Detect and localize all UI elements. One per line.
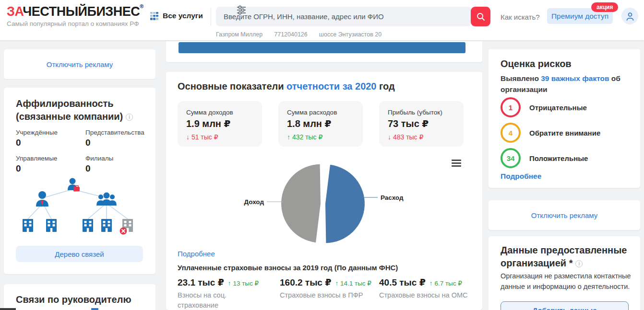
add-data-button[interactable]: Добавить данные [501,301,629,310]
ad-card-right: Отключить рекламу [489,200,640,230]
org-data-card: Данные предоставленные организацией *i О… [489,236,640,310]
risk-facts: Выявлено 39 важных фактов об организации [501,73,629,95]
manager-links-card: Связи по руководителю [4,284,155,310]
how-to-search-link[interactable]: Как искать? [501,13,540,21]
all-services-label: Все услуги [163,11,203,20]
filter-icon[interactable] [236,5,247,15]
insurance-stat-social: 23.1 тыс ₽↑ 13 тыс ₽ Взносы на соц. стра… [178,277,271,310]
pie-label-income: Доход [244,198,264,206]
stat-representations-value[interactable]: 0 [85,138,144,148]
building-icon [46,219,57,232]
header: ЗАЧЕСТНЫЙБИЗНЕС® Самый популярный портал… [0,0,644,40]
affiliation-title: Аффилированность (связанные компании)i [16,97,148,123]
clipped-banner-fragment [0,308,16,310]
building-icon [23,219,33,232]
stat-founded: Учреждённые 0 [16,129,58,148]
header-divider [211,8,211,26]
pie-label-expense: Расход [381,194,404,201]
search-suggestion[interactable]: Газпром Миллер [216,31,262,38]
arrow-up-icon: ↑ [429,280,433,287]
affiliation-card: Аффилированность (связанные компании)i У… [4,88,155,274]
disable-ads-link[interactable]: Отключить рекламу [47,60,113,69]
search-box [216,7,471,26]
metric-income: Сумма доходов 1.9 млн ₽ ↓ 51 тыс ₽ [178,101,262,147]
chart-menu-icon[interactable] [452,160,461,167]
risk-title: Оценка рисков [501,57,572,70]
person-icon [625,11,635,21]
stat-managed: Управляемые 0 [16,155,57,174]
risk-details-link[interactable]: Подробнее [501,172,541,181]
search-icon [476,12,486,22]
search-suggestions: Газпром Миллер 7712040126 шоссе Энтузиас… [216,31,382,38]
search-suggestion[interactable]: шоссе Энтузиастов 20 [319,31,382,38]
all-services-button[interactable]: Все услуги [150,11,203,20]
stat-branches: Филиалы 0 [85,155,113,174]
logo-tagline: Самый популярный портал о компаниях РФ [7,20,143,27]
stat-representations: Представительства 0 [85,129,144,148]
clipped-link[interactable] [91,308,98,310]
metric-profit: Прибыль (убыток) 73 тыс ₽ ↓ 483 тыс ₽ [379,101,464,147]
risk-row-positive: 34 Положительные [501,148,588,168]
pie-slice-income [279,162,322,243]
building-icon [83,219,93,232]
org-data-text: Организация не разместила контактные дан… [501,271,636,292]
org-data-title: Данные предоставленные организацией *i [501,244,637,270]
manager-links-title: Связи по руководителю [16,293,131,306]
logo[interactable]: ЗАЧЕСТНЫЙБИЗНЕС® Самый популярный портал… [7,4,143,27]
risk-count-negative: 1 [501,97,521,117]
risk-count-attention: 4 [501,123,521,143]
building-icon [101,219,112,232]
pie-slice-expense [323,165,367,245]
risk-count-positive: 34 [501,148,521,168]
risk-row-negative: 1 Отрицательные [501,97,587,117]
search-button[interactable] [471,7,490,26]
relations-tree-graphic [16,175,143,242]
arrow-up-icon: ↑ [287,133,290,141]
grid-icon [150,12,158,20]
user-avatar[interactable] [621,8,638,24]
insurance-stat-oms: 40.5 тыс ₽↑ 6.7 тыс ₽ Страховые взносы н… [379,277,475,300]
arrow-down-icon: ↓ [388,133,391,141]
risk-card: Оценка рисков Выявлено 39 важных фактов … [489,49,640,188]
insurance-title: Уплаченные страховые взносы за 2019 год … [178,264,398,272]
indicators-title: Основные показатели отчетности за 2020 г… [178,80,395,93]
search-input[interactable] [216,7,471,26]
important-facts-link[interactable]: 39 важных фактов [541,74,609,82]
logo-text: ЗАЧЕСТНЫЙБИЗНЕС® [7,4,143,19]
stat-branches-value[interactable]: 0 [85,163,113,174]
closed-company-badge [120,228,127,235]
indicators-card: Основные показатели отчетности за 2020 г… [166,72,482,310]
info-icon[interactable]: i [575,260,583,267]
metric-expenses: Сумма расходов 1.8 млн ₽ ↑ 432 тыс ₽ [278,101,363,147]
details-link[interactable]: Подробнее [178,250,215,258]
person-briefcase-icon [68,178,80,192]
risk-row-attention: 4 Обратите внимание [501,123,600,143]
arrow-up-icon: ↑ [335,280,338,287]
info-icon[interactable]: i [126,114,133,121]
search-suggestion[interactable]: 7712040126 [274,31,308,38]
disable-ads-link[interactable]: Отключить рекламу [531,211,597,219]
reporting-year-link[interactable]: отчетности за 2020 [286,81,376,92]
insurance-stat-pfr: 160.2 тыс ₽↑ 14.1 тыс ₽ Страховые взносы… [280,277,376,300]
ad-card-left: Отключить рекламу [4,49,155,79]
arrow-down-icon: ↓ [186,133,190,141]
relations-tree-button[interactable]: Дерево связей [16,246,143,262]
founders-group-icon [96,193,117,206]
clipped-top-card [166,41,482,62]
arrow-up-icon: ↑ [228,280,231,287]
income-expense-pie-chart: Доход Расход [233,156,435,249]
promo-badge: акция [591,2,618,12]
director-icon [36,191,48,207]
clipped-blue-button[interactable] [179,42,465,53]
